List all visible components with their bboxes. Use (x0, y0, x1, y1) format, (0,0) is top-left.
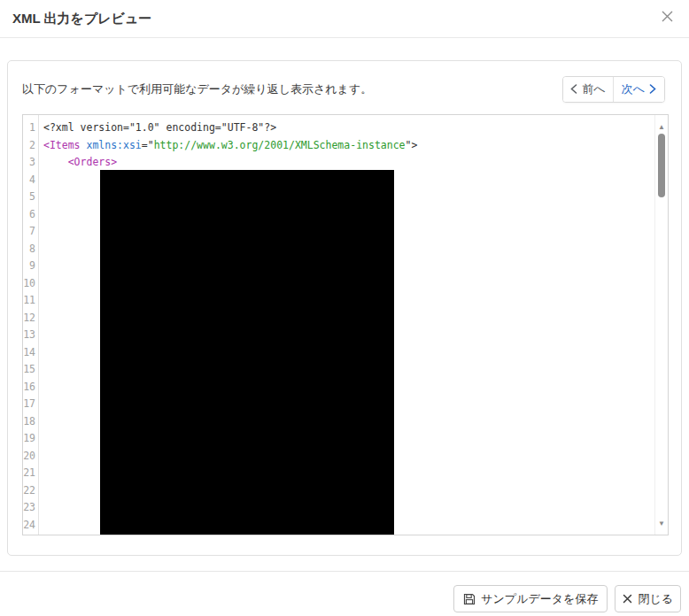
line-number: 2 (23, 137, 38, 155)
next-record-button[interactable]: 次へ (614, 77, 664, 102)
close-dialog-label: 閉じる (638, 591, 673, 607)
dialog-title: XML 出力をプレビュー (12, 11, 151, 27)
line-number: 11 (23, 292, 38, 310)
save-sample-data-button[interactable]: サンプルデータを保存 (453, 585, 608, 612)
line-number: 12 (23, 310, 38, 327)
dialog-header: XML 出力をプレビュー (0, 0, 689, 38)
line-number: 10 (23, 275, 38, 293)
code-line: <Orders> (43, 154, 654, 172)
code-line: <Items xmlns:xsi="http://www.w3.org/2001… (43, 137, 654, 155)
redacted-region (100, 170, 394, 535)
prev-record-label: 前へ (582, 81, 605, 97)
close-icon (661, 10, 674, 26)
line-number: 8 (23, 241, 38, 258)
chevron-left-icon (570, 83, 577, 96)
line-number: 19 (23, 430, 38, 448)
line-number: 21 (23, 465, 38, 482)
line-number: 18 (23, 413, 38, 431)
line-number: 4 (23, 172, 38, 189)
line-number: 22 (23, 482, 38, 500)
x-icon (623, 594, 632, 604)
line-number: 23 (23, 499, 38, 517)
line-number: 20 (23, 448, 38, 466)
line-number: 17 (23, 396, 38, 413)
close-dialog-button[interactable]: 閉じる (615, 585, 681, 612)
line-number: 15 (23, 361, 38, 379)
footer-button-group: サンプルデータを保存 閉じる (453, 585, 681, 612)
chevron-right-icon (649, 83, 656, 96)
line-number: 24 (23, 517, 38, 535)
prev-record-button[interactable]: 前へ (563, 77, 614, 102)
scroll-up-button[interactable]: ▲ (655, 120, 668, 133)
triangle-down-icon: ▼ (658, 520, 665, 527)
line-number-gutter: 123456789101112131415161718192021222324 (23, 115, 39, 535)
next-record-label: 次へ (622, 81, 645, 97)
line-number: 13 (23, 327, 38, 344)
line-number: 5 (23, 189, 38, 206)
line-number: 1 (23, 119, 38, 137)
format-description: 以下のフォーマットで利用可能なデータが繰り返し表示されます。 (22, 81, 372, 97)
code-line: <?xml version="1.0" encoding="UTF-8"?> (43, 119, 654, 137)
floppy-disk-icon (463, 593, 476, 605)
editor-scrollbar[interactable]: ▲ ▼ (654, 115, 668, 535)
line-number: 9 (23, 258, 38, 275)
line-number: 7 (23, 223, 38, 241)
save-sample-data-label: サンプルデータを保存 (481, 591, 598, 607)
line-number: 16 (23, 379, 38, 397)
xml-code-editor[interactable]: 123456789101112131415161718192021222324 … (22, 114, 669, 535)
line-number: 6 (23, 206, 38, 224)
dialog-close-button[interactable] (655, 6, 678, 29)
line-number: 14 (23, 344, 38, 362)
preview-dialog: XML 出力をプレビュー 以下のフォーマットで利用可能なデータが繰り返し表示され… (0, 0, 689, 616)
triangle-up-icon: ▲ (658, 123, 665, 131)
scrollbar-thumb[interactable] (658, 134, 665, 197)
record-pager: 前へ 次へ (562, 76, 665, 103)
line-number: 3 (23, 154, 38, 172)
scroll-down-button[interactable]: ▼ (655, 517, 668, 529)
dialog-footer: サンプルデータを保存 閉じる (0, 571, 689, 616)
preview-panel: 以下のフォーマットで利用可能なデータが繰り返し表示されます。 前へ 次へ 123… (7, 60, 682, 556)
